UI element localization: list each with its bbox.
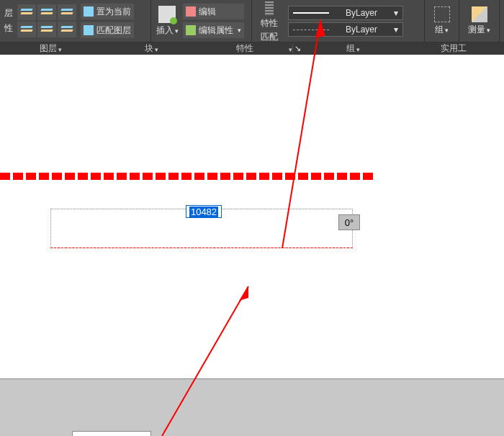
match-layer-button[interactable]: 匹配图层 xyxy=(81,22,134,38)
command-input-box[interactable] xyxy=(72,431,151,436)
group-button[interactable]: 组 xyxy=(429,6,455,36)
edit-attrs-icon xyxy=(186,25,196,35)
lineweight-dropdown[interactable]: ByLayer ▾ xyxy=(288,6,403,20)
edit-block-button[interactable]: 编辑 xyxy=(183,4,244,19)
group-icon xyxy=(434,6,450,22)
panel-title-props-label: 特性 xyxy=(202,42,287,55)
dimension-preview-line xyxy=(50,247,353,248)
lineweight-sample-icon xyxy=(293,12,329,14)
layer-tool-5[interactable] xyxy=(37,22,56,37)
drawn-dashed-line xyxy=(0,173,374,180)
drawing-canvas[interactable]: 10482 0° xyxy=(0,55,504,378)
linetype-value: ByLayer xyxy=(346,24,377,35)
dynamic-angle-readout: 0° xyxy=(338,214,360,230)
chevron-down-icon xyxy=(287,44,292,54)
panel-title-layer[interactable]: 图层 xyxy=(0,42,101,55)
match-props-icon xyxy=(265,1,274,16)
panel-title-block[interactable]: 块 xyxy=(101,42,202,55)
layers-icon xyxy=(41,26,53,33)
set-current-icon xyxy=(84,6,94,17)
panel-title-block-label: 块 xyxy=(145,42,153,55)
panel-title-bar: 图层 块 特性 ↘ 组 实用工 xyxy=(0,42,504,55)
panel-layer: 层 性 置为当前 匹配图层 xyxy=(0,0,151,42)
properties-launcher[interactable]: ↘ xyxy=(292,44,302,54)
panel-title-layer-label: 图层 xyxy=(40,42,57,55)
edit-attrs-button[interactable]: 编辑属性 xyxy=(183,22,244,38)
set-current-label: 置为当前 xyxy=(96,6,131,18)
panel-group: 组 xyxy=(425,0,459,42)
chevron-down-icon: ▾ xyxy=(394,24,398,35)
chevron-down-icon: ▾ xyxy=(394,8,398,18)
linetype-sample-icon xyxy=(293,29,329,30)
set-current-layer-button[interactable]: 置为当前 xyxy=(81,4,134,19)
label-layer-bottom: 性 xyxy=(3,22,14,35)
panel-title-util-label: 实用工 xyxy=(441,42,467,55)
insert-block-button[interactable]: 插入 xyxy=(154,6,180,37)
measure-icon xyxy=(472,6,487,22)
chevron-down-icon xyxy=(355,44,360,54)
measure-button[interactable]: 测量 xyxy=(467,6,492,36)
insert-label: 插入 xyxy=(156,24,179,37)
layer-tool-2[interactable] xyxy=(37,4,56,20)
layer-tool-3[interactable] xyxy=(58,4,76,20)
dynamic-angle-value: 0° xyxy=(345,217,354,228)
match-props-label-2: 匹配 xyxy=(261,31,278,43)
chevron-down-icon xyxy=(57,44,62,54)
match-props-label-1: 特性 xyxy=(261,17,278,29)
layers-icon xyxy=(61,9,73,16)
command-area xyxy=(0,378,504,436)
layers-icon xyxy=(21,9,32,16)
match-layer-icon xyxy=(84,25,94,35)
layer-tool-1[interactable] xyxy=(17,4,36,20)
group-label: 组 xyxy=(435,24,449,36)
layers-icon xyxy=(41,9,53,16)
panel-properties: 特性 匹配 ByLayer ▾ ByLayer ▾ xyxy=(252,0,425,42)
layer-tool-4[interactable] xyxy=(17,22,36,37)
ribbon-toolbar: 层 性 置为当前 匹配图层 xyxy=(0,0,504,42)
panel-title-group[interactable]: 组 xyxy=(302,42,403,55)
dynamic-length-value: 10482 xyxy=(189,206,218,217)
linetype-dropdown[interactable]: ByLayer ▾ xyxy=(288,22,403,37)
edit-block-icon xyxy=(186,6,196,17)
chevron-down-icon xyxy=(153,44,158,54)
insert-icon xyxy=(158,6,176,23)
lineweight-value: ByLayer xyxy=(346,8,377,18)
layer-tool-grid xyxy=(17,4,76,37)
match-layer-label: 匹配图层 xyxy=(96,24,131,37)
edit-block-label: 编辑 xyxy=(199,6,216,18)
panel-utilities: 测量 xyxy=(459,0,500,42)
layers-icon xyxy=(21,26,32,33)
dynamic-length-input[interactable]: 10482 xyxy=(186,205,222,218)
panel-title-properties[interactable]: 特性 ↘ xyxy=(202,42,302,55)
layer-tool-6[interactable] xyxy=(58,22,76,37)
match-properties-button[interactable]: 特性 匹配 xyxy=(255,1,284,43)
panel-title-util: 实用工 xyxy=(403,42,504,55)
panel-block: 插入 编辑 编辑属性 xyxy=(151,0,252,42)
label-layer-top: 层 xyxy=(3,7,14,19)
edit-attrs-label: 编辑属性 xyxy=(199,24,233,37)
measure-label: 测量 xyxy=(468,24,490,36)
layers-icon xyxy=(61,26,73,33)
panel-title-group-label: 组 xyxy=(346,42,355,55)
